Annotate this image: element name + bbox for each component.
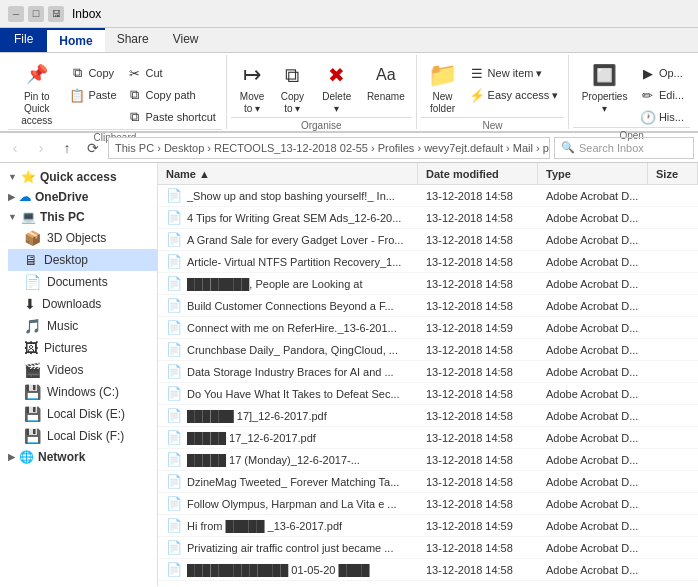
paste-shortcut-button[interactable]: ⧉ Paste shortcut: [123, 107, 220, 127]
sidebar-item-desktop[interactable]: 🖥 Desktop: [8, 249, 157, 271]
file-type-cell: Adobe Acrobat D...: [538, 190, 648, 202]
breadcrumb[interactable]: This PC › Desktop › RECTOOLS_13-12-2018 …: [108, 137, 550, 159]
col-header-type[interactable]: Type: [538, 163, 648, 184]
pdf-icon: 📄: [166, 452, 182, 467]
new-item-button[interactable]: ☰ New item ▾: [465, 63, 563, 83]
table-row[interactable]: 📄 Data Storage Industry Braces for AI an…: [158, 361, 698, 383]
sidebar-item-videos[interactable]: 🎬 Videos: [8, 359, 157, 381]
pdf-icon: 📄: [166, 320, 182, 335]
sidebar-item-documents[interactable]: 📄 Documents: [8, 271, 157, 293]
table-row[interactable]: 📄 ████████, People are Looking at 13-12-…: [158, 273, 698, 295]
cut-button[interactable]: ✂ Cut: [123, 63, 220, 83]
pdf-icon: 📄: [166, 342, 182, 357]
paste-shortcut-icon: ⧉: [127, 109, 143, 125]
new-item-icon: ☰: [469, 65, 485, 81]
move-to-button[interactable]: ↦ Moveto ▾: [233, 59, 271, 117]
edit-button[interactable]: ✏ Edi...: [636, 85, 688, 105]
open-button[interactable]: ▶ Op...: [636, 63, 688, 83]
paste-button[interactable]: 📋 Paste: [65, 85, 120, 105]
up-button[interactable]: ↑: [56, 137, 78, 159]
tab-file[interactable]: File: [0, 28, 47, 52]
col-header-size[interactable]: Size: [648, 163, 698, 184]
file-date-cell: 13-12-2018 14:59: [418, 322, 538, 334]
quick-access-icon: ⭐: [21, 170, 36, 184]
pdf-icon: 📄: [166, 210, 182, 225]
delete-button[interactable]: ✖ Delete ▾: [314, 59, 361, 117]
file-name-cell: 📄 Follow Olympus, Harpman and La Vita e …: [158, 496, 418, 511]
pdf-icon: 📄: [166, 386, 182, 401]
table-row[interactable]: 📄 Privatizing air traffic control just b…: [158, 537, 698, 559]
col-header-date[interactable]: Date modified: [418, 163, 538, 184]
file-date-cell: 13-12-2018 14:58: [418, 410, 538, 422]
new-folder-button[interactable]: 📁 Newfolder: [423, 59, 463, 117]
videos-label: Videos: [47, 363, 83, 377]
table-row[interactable]: 📄 Hi from █████ _13-6-2017.pdf 13-12-201…: [158, 515, 698, 537]
file-type-cell: Adobe Acrobat D...: [538, 476, 648, 488]
col-header-name[interactable]: Name ▲: [158, 163, 418, 184]
tab-home[interactable]: Home: [47, 28, 104, 52]
table-row[interactable]: 📄 Build Customer Connections Beyond a F.…: [158, 295, 698, 317]
file-date-cell: 13-12-2018 14:58: [418, 498, 538, 510]
table-row[interactable]: 📄 ██████ 17]_12-6-2017.pdf 13-12-2018 14…: [158, 405, 698, 427]
file-name: Do You Have What It Takes to Defeat Sec.…: [187, 388, 400, 400]
sidebar-network[interactable]: ▶ 🌐 Network: [0, 447, 157, 467]
this-pc-icon: 💻: [21, 210, 36, 224]
properties-button[interactable]: 🔲 Properties ▾: [575, 59, 634, 117]
refresh-button[interactable]: ⟳: [82, 137, 104, 159]
quick-access-arrow: ▼: [8, 172, 17, 182]
file-name-cell: 📄 ████████, People are Looking at: [158, 276, 418, 291]
file-type-cell: Adobe Acrobat D...: [538, 212, 648, 224]
back-button[interactable]: ‹: [4, 137, 26, 159]
title-text: Inbox: [72, 7, 101, 21]
easy-access-button[interactable]: ⚡ Easy access ▾: [465, 85, 563, 105]
file-name: █████ 17_12-6-2017.pdf: [187, 432, 316, 444]
sidebar-item-downloads[interactable]: ⬇ Downloads: [8, 293, 157, 315]
sidebar-this-pc[interactable]: ▼ 💻 This PC: [0, 207, 157, 227]
sidebar-item-pictures[interactable]: 🖼 Pictures: [8, 337, 157, 359]
file-name-cell: 📄 DzineMag Tweeted_ Forever Matching Ta.…: [158, 474, 418, 489]
table-row[interactable]: 📄 Article- Virtual NTFS Partition Recove…: [158, 251, 698, 273]
table-row[interactable]: 📄 Crunchbase Daily_ Pandora, QingCloud, …: [158, 339, 698, 361]
file-name: ██████ 17]_12-6-2017.pdf: [187, 410, 327, 422]
sidebar-quick-access[interactable]: ▼ ⭐ Quick access: [0, 167, 157, 187]
sidebar-item-windowsc[interactable]: 💾 Windows (C:): [8, 381, 157, 403]
copy-label: Copy: [88, 67, 114, 79]
sidebar-item-3dobjects[interactable]: 📦 3D Objects: [8, 227, 157, 249]
copy-to-button[interactable]: ⧉ Copyto ▾: [273, 59, 311, 117]
tab-share[interactable]: Share: [105, 28, 161, 52]
file-name-cell: 📄 █████████████ 01-05-20 ████: [158, 562, 418, 577]
table-row[interactable]: 📄 Do You Have What It Takes to Defeat Se…: [158, 383, 698, 405]
table-row[interactable]: 📄 █████ 17_12-6-2017.pdf 13-12-2018 14:5…: [158, 427, 698, 449]
table-row[interactable]: 📄 Connect with me on ReferHire._13-6-201…: [158, 317, 698, 339]
file-type-cell: Adobe Acrobat D...: [538, 300, 648, 312]
pin-button[interactable]: 📌 Pin to Quickaccess: [10, 59, 63, 129]
file-name: Article- Virtual NTFS Partition Recovery…: [187, 256, 401, 268]
copy-path-button[interactable]: ⧉ Copy path: [123, 85, 220, 105]
network-arrow: ▶: [8, 452, 15, 462]
tab-view[interactable]: View: [161, 28, 211, 52]
table-row[interactable]: 📄 DzineMag Tweeted_ Forever Matching Ta.…: [158, 471, 698, 493]
table-row[interactable]: 📄 Follow Olympus, Harpman and La Vita e …: [158, 493, 698, 515]
copy-button[interactable]: ⧉ Copy: [65, 63, 120, 83]
network-icon: 🌐: [19, 450, 34, 464]
history-button[interactable]: 🕐 His...: [636, 107, 688, 127]
pdf-icon: 📄: [166, 298, 182, 313]
downloads-icon: ⬇: [24, 296, 36, 312]
table-row[interactable]: 📄 4 Tips for Writing Great SEM Ads_12-6-…: [158, 207, 698, 229]
search-box[interactable]: 🔍 Search Inbox: [554, 137, 694, 159]
file-type-cell: Adobe Acrobat D...: [538, 498, 648, 510]
file-name-cell: 📄 Hi from █████ _13-6-2017.pdf: [158, 518, 418, 533]
sidebar-onedrive[interactable]: ▶ ☁ OneDrive: [0, 187, 157, 207]
ribbon-group-organise: ↦ Moveto ▾ ⧉ Copyto ▾ ✖ Delete ▾ Aa Rena…: [227, 55, 417, 129]
sidebar-item-music[interactable]: 🎵 Music: [8, 315, 157, 337]
sidebar-item-localdiske[interactable]: 💾 Local Disk (E:): [8, 403, 157, 425]
rename-button[interactable]: Aa Rename: [362, 59, 410, 105]
forward-button[interactable]: ›: [30, 137, 52, 159]
file-name: A Grand Sale for every Gadget Lover - Fr…: [187, 234, 403, 246]
table-row[interactable]: 📄 _Show up and stop bashing yourself!_ I…: [158, 185, 698, 207]
table-row[interactable]: 📄 █████████████ 01-05-20 ████ 13-12-2018…: [158, 559, 698, 581]
table-row[interactable]: 📄 █████ 17 (Monday)_12-6-2017-... 13-12-…: [158, 449, 698, 471]
table-row[interactable]: 📄 A Grand Sale for every Gadget Lover - …: [158, 229, 698, 251]
open-icon: ▶: [640, 65, 656, 81]
sidebar-item-localdiskf[interactable]: 💾 Local Disk (F:): [8, 425, 157, 447]
